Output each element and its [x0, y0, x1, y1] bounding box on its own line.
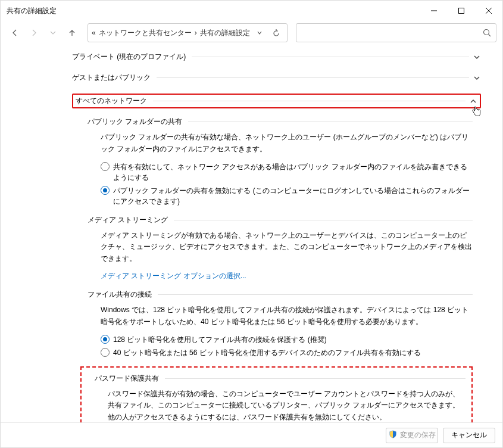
profile-label: ゲストまたはパブリック — [72, 73, 151, 83]
highlight-all-networks: すべてのネットワーク — [72, 94, 481, 108]
media-streaming-link[interactable]: メディア ストリーミング オプションの選択... — [101, 271, 473, 281]
address-bar[interactable]: « ネットワークと共有センター › 共有の詳細設定 — [88, 23, 288, 42]
breadcrumb-prefix: « — [92, 29, 96, 37]
forward-button[interactable] — [26, 24, 42, 41]
titlebar: 共有の詳細設定 — [1, 1, 502, 21]
search-icon — [483, 29, 491, 37]
radio-public-disable[interactable]: パブリック フォルダーの共有を無効にする (このコンピューターにログオンしている… — [101, 185, 473, 207]
radio-4056bit[interactable]: 40 ビット暗号化または 56 ビット暗号化を使用するデバイスのためのファイル共… — [101, 347, 473, 358]
profile-private-header[interactable]: プライベート (現在のプロファイル) — [72, 52, 481, 62]
cancel-button[interactable]: キャンセル — [443, 428, 495, 443]
recent-locations-button[interactable] — [45, 24, 61, 41]
window-title: 共有の詳細設定 — [1, 6, 57, 16]
save-button[interactable]: 変更の保存 — [386, 428, 438, 443]
hand-cursor-icon — [470, 105, 482, 119]
profile-guest-header[interactable]: ゲストまたはパブリック — [72, 73, 481, 83]
profile-label: すべてのネットワーク — [76, 96, 147, 106]
svg-rect-0 — [459, 8, 464, 14]
section-public-header: パブリック フォルダーの共有 — [88, 117, 473, 127]
section-media-desc: メディア ストリーミングが有効である場合、ネットワーク上のユーザーとデバイスは、… — [101, 230, 473, 265]
radio-128bit[interactable]: 128 ビット暗号化を使用してファイル共有の接続を保護する (推奨) — [101, 334, 473, 345]
address-dropdown-button[interactable] — [252, 26, 267, 40]
chevron-down-icon — [473, 53, 481, 61]
profile-label: プライベート (現在のプロファイル) — [72, 52, 186, 62]
nav-row: « ネットワークと共有センター › 共有の詳細設定 — [1, 21, 502, 45]
shield-icon — [389, 430, 397, 440]
footer: 変更の保存 キャンセル — [1, 422, 502, 447]
section-fileconn-desc: Windows では、128 ビット暗号化を使用してファイル共有の接続が保護され… — [101, 304, 473, 328]
chevron-up-icon — [469, 97, 477, 105]
section-fileconn-header: ファイル共有の接続 — [88, 290, 473, 300]
minimize-button[interactable] — [420, 1, 448, 20]
breadcrumb-item[interactable]: 共有の詳細設定 — [200, 28, 250, 38]
highlight-password-section: パスワード保護共有 パスワード保護共有が有効の場合、このコンピューターでユーザー… — [80, 366, 473, 422]
close-button[interactable] — [475, 1, 502, 20]
svg-point-1 — [484, 30, 489, 35]
radio-public-enable[interactable]: 共有を有効にして、ネットワーク アクセスがある場合はパブリック フォルダー内のフ… — [101, 161, 473, 183]
breadcrumb-item[interactable]: ネットワークと共有センター — [99, 28, 192, 38]
breadcrumb-sep: › — [195, 29, 197, 37]
up-button[interactable] — [64, 24, 80, 41]
refresh-button[interactable] — [269, 26, 283, 40]
back-button[interactable] — [7, 24, 23, 41]
chevron-down-icon — [473, 74, 481, 82]
search-input[interactable] — [296, 23, 496, 42]
section-media-header: メディア ストリーミング — [88, 215, 473, 225]
section-password-header: パスワード保護共有 — [95, 374, 465, 384]
section-password-desc: パスワード保護共有が有効の場合、このコンピューターでユーザー アカウントとパスワ… — [108, 388, 465, 422]
section-public-desc: パブリック フォルダーの共有が有効な場合、ネットワーク上のユーザー (ホームグル… — [101, 132, 473, 155]
maximize-button[interactable] — [448, 1, 475, 20]
profile-all-header[interactable]: すべてのネットワーク — [76, 96, 477, 106]
